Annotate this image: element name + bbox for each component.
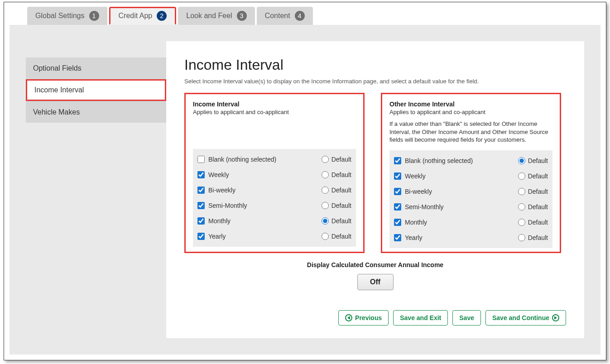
save-button[interactable]: Save xyxy=(452,310,481,326)
panel-options: Blank (nothing selected) Default Weekly … xyxy=(389,150,552,248)
option-label: Bi-weekly xyxy=(208,187,235,194)
option-default-radio-biweekly[interactable] xyxy=(518,188,525,195)
sidebar: Optional Fields Income Interval Vehicle … xyxy=(26,57,166,123)
option-label: Blank (nothing selected) xyxy=(405,157,473,164)
tab-badge: 2 xyxy=(157,11,167,21)
tab-credit-app[interactable]: Credit App 2 xyxy=(109,7,177,25)
option-checkbox-biweekly[interactable] xyxy=(394,188,401,195)
sidebar-item-income-interval[interactable]: Income Interval xyxy=(26,79,166,101)
panel-title: Income Interval xyxy=(193,101,356,108)
option-row: Blank (nothing selected) Default xyxy=(394,153,548,168)
option-default-radio-semimonthly[interactable] xyxy=(322,202,329,209)
save-exit-button[interactable]: Save and Exit xyxy=(393,310,448,326)
sidebar-item-vehicle-makes[interactable]: Vehicle Makes xyxy=(26,101,166,123)
option-label: Bi-weekly xyxy=(405,188,432,195)
option-default-radio-weekly[interactable] xyxy=(322,171,329,178)
default-label: Default xyxy=(528,188,548,195)
button-label: Save xyxy=(459,314,474,321)
button-label: Save and Continue xyxy=(492,314,549,321)
tab-badge: 3 xyxy=(237,11,247,21)
option-default-radio-blank[interactable] xyxy=(518,157,525,164)
option-default-radio-semimonthly[interactable] xyxy=(518,203,525,211)
option-label: Weekly xyxy=(208,171,229,178)
panel-income-interval: Income Interval Applies to applicant and… xyxy=(184,93,365,253)
panel-subtitle: Applies to applicant and co-applicant xyxy=(389,109,552,115)
option-checkbox-blank[interactable] xyxy=(197,156,205,163)
option-label: Weekly xyxy=(405,172,426,180)
sidebar-item-label: Income Interval xyxy=(34,86,84,94)
option-row: Semi-Monthly Default xyxy=(394,199,548,215)
option-row: Weekly Default xyxy=(394,168,548,184)
default-label: Default xyxy=(528,203,548,211)
app-body: Optional Fields Income Interval Vehicle … xyxy=(10,25,600,354)
option-checkbox-yearly[interactable] xyxy=(197,233,205,240)
option-default-radio-monthly[interactable] xyxy=(322,217,329,225)
option-row: Bi-weekly Default xyxy=(197,182,351,198)
default-label: Default xyxy=(331,156,351,163)
option-default-radio-weekly[interactable] xyxy=(518,172,525,180)
button-label: Save and Exit xyxy=(400,314,441,321)
option-label: Semi-Monthly xyxy=(208,202,247,209)
tab-badge: 1 xyxy=(89,11,99,21)
default-label: Default xyxy=(528,219,548,226)
option-checkbox-weekly[interactable] xyxy=(394,172,401,180)
panel-options: Blank (nothing selected) Default Weekly … xyxy=(193,149,356,247)
panel-title: Other Income Interval xyxy=(389,101,552,108)
option-default-radio-monthly[interactable] xyxy=(518,219,525,226)
option-checkbox-monthly[interactable] xyxy=(394,219,401,226)
toggle-button[interactable]: Off xyxy=(357,274,394,290)
option-label: Yearly xyxy=(405,234,422,241)
option-checkbox-yearly[interactable] xyxy=(394,234,401,241)
option-label: Semi-Monthly xyxy=(405,203,444,211)
default-label: Default xyxy=(331,233,351,240)
panel-other-income-interval: Other Income Interval Applies to applica… xyxy=(381,93,561,253)
option-default-radio-yearly[interactable] xyxy=(322,233,329,240)
option-default-radio-biweekly[interactable] xyxy=(322,187,329,194)
option-row: Monthly Default xyxy=(394,215,548,230)
option-row: Monthly Default xyxy=(197,213,351,229)
default-label: Default xyxy=(331,217,351,225)
save-continue-button[interactable]: Save and Continue xyxy=(485,310,566,326)
footer-buttons: Previous Save and Exit Save Save and Con… xyxy=(338,310,566,326)
option-row: Weekly Default xyxy=(197,167,351,182)
option-default-radio-yearly[interactable] xyxy=(518,234,525,241)
option-row: Yearly Default xyxy=(394,230,548,245)
arrow-right-icon xyxy=(552,314,559,321)
page-title: Income Interval xyxy=(184,57,566,73)
default-label: Default xyxy=(528,234,548,241)
tab-badge: 4 xyxy=(295,11,305,21)
button-label: Previous xyxy=(355,314,382,321)
default-label: Default xyxy=(528,172,548,180)
option-default-radio-blank[interactable] xyxy=(322,156,329,163)
option-label: Monthly xyxy=(208,217,231,225)
default-label: Default xyxy=(331,202,351,209)
default-label: Default xyxy=(331,171,351,178)
option-row: Blank (nothing selected) Default xyxy=(197,152,351,167)
option-checkbox-monthly[interactable] xyxy=(197,217,205,225)
tab-look-feel[interactable]: Look and Feel 3 xyxy=(178,7,255,25)
tab-label: Global Settings xyxy=(35,12,85,20)
tab-content[interactable]: Content 4 xyxy=(257,7,313,25)
previous-button[interactable]: Previous xyxy=(338,310,389,326)
tab-global-settings[interactable]: Global Settings 1 xyxy=(27,7,107,25)
page-description: Select Income Interval value(s) to displ… xyxy=(184,78,566,85)
panels-row: Income Interval Applies to applicant and… xyxy=(184,93,566,253)
panel-subtitle: Applies to applicant and co-applicant xyxy=(193,109,356,115)
sidebar-item-label: Vehicle Makes xyxy=(33,108,80,116)
option-checkbox-weekly[interactable] xyxy=(197,171,205,178)
tabbar: Global Settings 1 Credit App 2 Look and … xyxy=(27,7,313,25)
option-label: Blank (nothing selected) xyxy=(208,156,276,163)
toggle-label: Display Calculated Consumer Annual Incom… xyxy=(184,261,566,268)
option-checkbox-blank[interactable] xyxy=(394,157,401,164)
sidebar-item-label: Optional Fields xyxy=(33,64,82,72)
option-checkbox-biweekly[interactable] xyxy=(197,187,205,194)
option-row: Yearly Default xyxy=(197,229,351,244)
sidebar-item-optional-fields[interactable]: Optional Fields xyxy=(26,57,166,79)
default-label: Default xyxy=(528,157,548,164)
option-checkbox-semimonthly[interactable] xyxy=(394,203,401,211)
option-label: Monthly xyxy=(405,219,427,226)
tab-label: Credit App xyxy=(119,12,153,20)
default-label: Default xyxy=(331,187,351,194)
option-checkbox-semimonthly[interactable] xyxy=(197,202,205,209)
option-row: Bi-weekly Default xyxy=(394,184,548,199)
